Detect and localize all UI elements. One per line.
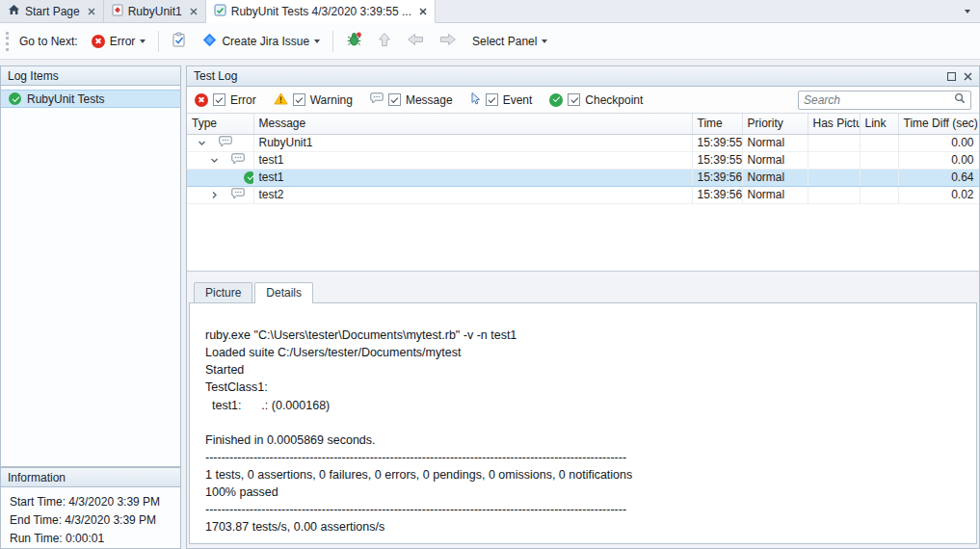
cell-message: test2 <box>253 186 692 203</box>
cell-time: 15:39:55 <box>692 151 742 169</box>
message-filter-label: Message <box>406 93 453 107</box>
details-content: ruby.exe "C:\Users\tester\Documents\myte… <box>189 302 977 544</box>
up-one-level-button[interactable] <box>372 28 397 54</box>
log-items-title: Log Items <box>8 69 59 83</box>
tab-picture[interactable]: Picture <box>194 282 252 302</box>
toolbar-separator <box>332 31 333 52</box>
log-row-selected[interactable]: test1 15:39:56 Normal 0.64 <box>187 169 979 186</box>
log-item-rubyunit-tests[interactable]: RubyUnit Tests <box>1 90 180 108</box>
create-jira-issue-label: Create Jira Issue <box>222 35 309 48</box>
tab-details[interactable]: Details <box>254 282 313 303</box>
filter-error: Error <box>195 93 256 107</box>
cell-priority: Normal <box>742 151 808 169</box>
cell-has-picture <box>808 169 860 186</box>
collapse-row-icon[interactable] <box>208 156 221 165</box>
panel-buttons <box>947 72 972 81</box>
close-panel-icon[interactable] <box>964 72 972 81</box>
cell-time-diff: 0.64 <box>898 169 979 186</box>
log-row[interactable]: test2 15:39:56 Normal 0.02 <box>187 186 979 203</box>
error-dropdown-label: Error <box>110 35 136 48</box>
cell-time: 15:39:55 <box>692 134 742 151</box>
checklist-button[interactable] <box>166 28 193 54</box>
search-box <box>798 91 971 110</box>
content-area: Log Items RubyUnit Tests Information Sta… <box>0 60 980 549</box>
search-input[interactable] <box>804 93 954 107</box>
col-link[interactable]: Link <box>860 114 898 134</box>
home-icon <box>8 4 20 18</box>
sidebar: Log Items RubyUnit Tests Information Sta… <box>0 65 181 549</box>
float-panel-icon[interactable] <box>947 72 956 81</box>
tab-list-dropdown-icon[interactable] <box>955 0 980 22</box>
cell-priority: Normal <box>742 134 808 151</box>
document-tabbar: Start Page RubyUnit1 RubyUnit Tests 4/3/… <box>0 0 980 23</box>
close-tab-icon[interactable] <box>419 8 427 15</box>
message-icon <box>231 153 245 168</box>
clipboard-check-icon <box>172 32 187 50</box>
log-table-area: Type Message Time Priority Has Picture L… <box>187 114 979 272</box>
toolbar-grip[interactable] <box>6 32 9 51</box>
next-result-button[interactable] <box>434 29 463 53</box>
tab-rubyunit1[interactable]: RubyUnit1 <box>104 0 206 22</box>
search-icon <box>954 92 966 107</box>
go-to-next-error-dropdown[interactable]: Error <box>86 31 152 52</box>
error-checkbox[interactable] <box>213 93 225 106</box>
cell-has-picture <box>808 134 860 151</box>
filter-checkpoint: Checkpoint <box>549 93 643 107</box>
post-issue-button[interactable] <box>340 28 368 54</box>
error-filter-label: Error <box>230 93 256 107</box>
main-toolbar: Go to Next: Error Create Jira Issue <box>0 23 980 60</box>
col-message[interactable]: Message <box>253 114 692 134</box>
message-icon <box>370 92 384 107</box>
cell-time-diff: 0.02 <box>898 186 979 203</box>
cell-link <box>860 134 898 151</box>
information-caption: Information <box>0 467 181 487</box>
filter-message: Message <box>370 92 453 107</box>
left-arrow-icon <box>407 33 424 49</box>
test-log-caption: Test Log <box>187 66 979 87</box>
test-log-title: Test Log <box>194 69 237 83</box>
log-row[interactable]: RubyUnit1 15:39:55 Normal 0.00 <box>187 134 979 151</box>
end-time-text: End Time: 4/3/2020 3:39 PM <box>10 511 172 530</box>
error-icon <box>195 93 208 107</box>
col-priority[interactable]: Priority <box>742 114 808 134</box>
warning-icon <box>274 92 288 108</box>
col-has-picture[interactable]: Has Picture <box>808 114 860 134</box>
checkpoint-filter-label: Checkpoint <box>585 93 643 107</box>
event-checkbox[interactable] <box>486 93 498 106</box>
cell-message: RubyUnit1 <box>253 134 692 151</box>
filter-event: Event <box>470 92 533 108</box>
select-panel-dropdown[interactable]: Select Panel <box>466 31 553 52</box>
log-filter-bar: Error Warning Message Event <box>187 87 979 114</box>
run-time-text: Run Time: 0:00:01 <box>10 530 172 548</box>
create-jira-issue-dropdown[interactable]: Create Jira Issue <box>197 29 326 54</box>
checkpoint-icon <box>549 93 563 107</box>
tab-start-page[interactable]: Start Page <box>0 0 104 22</box>
log-row[interactable]: test1 15:39:55 Normal 0.00 <box>187 151 979 169</box>
message-icon <box>231 188 245 202</box>
cell-time: 15:39:56 <box>692 169 742 186</box>
col-time[interactable]: Time <box>692 114 742 134</box>
expand-row-icon[interactable] <box>208 191 221 199</box>
message-icon <box>219 136 232 150</box>
jira-icon <box>202 33 217 50</box>
cell-time: 15:39:56 <box>692 186 742 203</box>
warning-checkbox[interactable] <box>293 93 305 106</box>
filter-warning: Warning <box>274 92 353 108</box>
col-time-diff[interactable]: Time Diff (sec) <box>898 114 979 134</box>
col-type[interactable]: Type <box>187 114 253 134</box>
tab-test-log[interactable]: RubyUnit Tests 4/3/2020 3:39:55 ... <box>206 0 436 23</box>
collapse-row-icon[interactable] <box>196 139 208 147</box>
close-tab-icon[interactable] <box>88 8 95 15</box>
cell-has-picture <box>808 151 860 169</box>
message-checkbox[interactable] <box>388 93 401 106</box>
tab-label: Start Page <box>25 5 80 18</box>
checkpoint-checkbox[interactable] <box>568 93 580 106</box>
close-tab-icon[interactable] <box>190 8 198 15</box>
cell-link <box>860 151 898 169</box>
checkpoint-icon <box>244 171 253 184</box>
log-table: Type Message Time Priority Has Picture L… <box>187 114 979 204</box>
event-filter-label: Event <box>503 93 533 107</box>
previous-result-button[interactable] <box>401 29 430 53</box>
cell-priority: Normal <box>742 169 808 186</box>
information-panel: Start Time: 4/3/2020 3:39 PM End Time: 4… <box>0 487 181 549</box>
